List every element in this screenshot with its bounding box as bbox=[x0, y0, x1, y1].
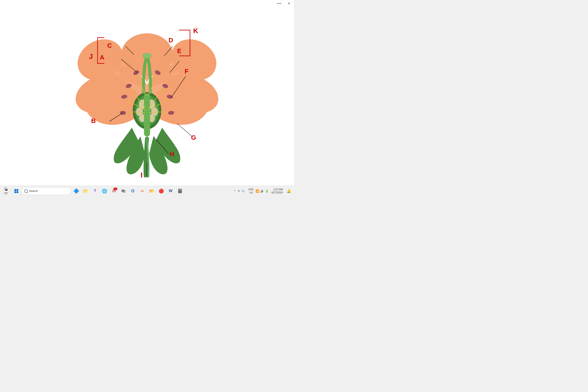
tray-chevron[interactable]: ^ bbox=[233, 189, 236, 193]
taskbar-icon-chrome[interactable]: 🌐 bbox=[100, 187, 109, 195]
lang-label: ENG bbox=[249, 188, 254, 191]
taskbar-icon-teams[interactable]: T bbox=[91, 187, 99, 195]
close-button[interactable]: ✕ bbox=[284, 0, 294, 7]
region-label: US bbox=[249, 191, 254, 194]
volume-icon[interactable]: 🔊 bbox=[260, 189, 264, 193]
taskbar-icon-windows-store[interactable]: 🛍 bbox=[119, 187, 128, 195]
chrome-icon: 🌐 bbox=[102, 188, 107, 194]
taskbar-right: ^ ↻ 📎 ENG US 📶 🔊 🔋 1:07 PM 4/17/2024 🔔 bbox=[231, 187, 292, 195]
windows-icon bbox=[14, 189, 18, 193]
mail-badge: 24 bbox=[114, 188, 117, 190]
main-window: ✕ bbox=[0, 0, 294, 189]
battery-icon[interactable]: 🔋 bbox=[265, 189, 269, 193]
svg-point-15 bbox=[143, 53, 151, 58]
clock[interactable]: 1:07 PM 4/17/2024 bbox=[270, 188, 284, 194]
edge-icon: 🔴 bbox=[158, 188, 164, 194]
taskbar: 🌤 70° Search 🔷 📁 T 🌐 ✉ 24 🛍 O ✂ 📂 🔴 bbox=[0, 186, 294, 196]
k-bracket-svg bbox=[177, 28, 203, 60]
clock-date: 4/17/2024 bbox=[272, 191, 283, 194]
taskbar-icon-snagit[interactable]: ✂ bbox=[138, 187, 146, 195]
more-dots-icon bbox=[277, 3, 281, 4]
title-bar: ✕ bbox=[274, 0, 294, 7]
taskbar-icon-file-explorer[interactable]: 📁 bbox=[81, 187, 90, 195]
temperature: 70° bbox=[4, 192, 8, 195]
teams-icon: T bbox=[94, 189, 96, 193]
clock-time: 1:07 PM bbox=[273, 188, 283, 191]
tray-refresh-icon[interactable]: ↻ bbox=[237, 189, 241, 193]
j-bracket-svg bbox=[91, 36, 112, 68]
search-icon bbox=[24, 189, 28, 193]
start-button[interactable] bbox=[12, 187, 21, 195]
tray-paperclip-icon[interactable]: 📎 bbox=[241, 189, 245, 193]
wifi-icon[interactable]: 📶 bbox=[256, 189, 260, 193]
more-options-button[interactable] bbox=[274, 0, 284, 7]
file-explorer-icon: 📁 bbox=[83, 188, 88, 194]
weather-icon: 🌤 bbox=[4, 187, 8, 192]
system-tray: ^ ↻ 📎 bbox=[231, 189, 247, 193]
svg-line-30 bbox=[177, 124, 192, 136]
taskbar-icon-outlook[interactable]: O bbox=[128, 187, 137, 195]
lenovo-icon: 🔷 bbox=[73, 188, 79, 194]
file-manager-icon: 📂 bbox=[149, 188, 154, 194]
store-icon: 🛍 bbox=[121, 188, 126, 194]
outlook-icon: O bbox=[131, 188, 134, 194]
search-label: Search bbox=[29, 189, 38, 192]
search-bar[interactable]: Search bbox=[22, 187, 71, 195]
onenote-icon: 📓 bbox=[178, 188, 183, 194]
weather-widget[interactable]: 🌤 70° bbox=[2, 187, 10, 195]
taskbar-icon-mail[interactable]: ✉ 24 bbox=[110, 187, 118, 195]
svg-rect-14 bbox=[144, 94, 150, 136]
taskbar-icon-word[interactable]: W bbox=[166, 187, 175, 195]
word-icon: W bbox=[169, 189, 172, 193]
notification-button[interactable]: 🔔 bbox=[286, 187, 292, 195]
taskbar-icon-file-manager[interactable]: 📂 bbox=[148, 187, 156, 195]
taskbar-icon-onenote[interactable]: 📓 bbox=[176, 187, 184, 195]
taskbar-icon-edge-colorful[interactable]: 🔴 bbox=[157, 187, 166, 195]
flower-diagram: J A C B K D E F G H I bbox=[72, 16, 222, 177]
snagit-icon: ✂ bbox=[140, 188, 144, 194]
content-area: J A C B K D E F G H I bbox=[0, 0, 294, 189]
language-indicator[interactable]: ENG US bbox=[248, 188, 255, 194]
bell-icon: 🔔 bbox=[287, 189, 291, 193]
taskbar-icon-lenovo[interactable]: 🔷 bbox=[72, 187, 80, 195]
